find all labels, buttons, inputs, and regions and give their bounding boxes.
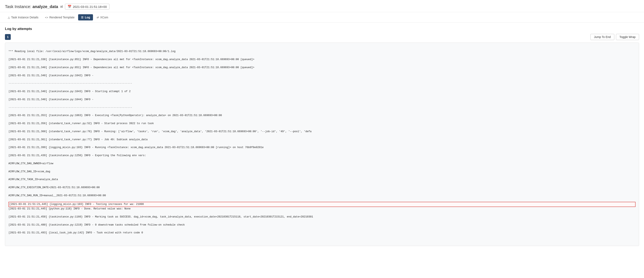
log-separator: ----------------------------------------… — [8, 82, 636, 85]
log-separator-2: ----------------------------------------… — [8, 106, 636, 110]
log-line: [2021-03-01 21:51:21,340] {taskinstance.… — [8, 98, 636, 102]
tab-rendered-template[interactable]: <> Rendered Template — [42, 14, 77, 21]
tab-task-instance-details[interactable]: △ Task Instance Details — [5, 14, 41, 21]
tab-xcom[interactable]: ⇄ XCom — [94, 14, 111, 21]
log-line: [2021-03-01 21:51:21,439] {taskinstance.… — [8, 154, 636, 158]
date-badge: 📅 2021-03-01 21:51:18+00 — [65, 4, 110, 10]
main-content: Log by attempts 1 Jump To End Toggle Wra… — [0, 23, 644, 250]
log-line: [2021-03-01 21:51:21,458] {taskinstance.… — [8, 215, 636, 219]
at-label: at — [60, 5, 63, 9]
log-line: [2021-03-01 21:51:21,340] {taskinstance.… — [8, 90, 636, 94]
log-line: [2021-03-01 21:51:21,445] {python.py:118… — [8, 207, 636, 211]
task-name: analyze_data — [32, 4, 58, 9]
log-line: [2021-03-01 21:51:21,356] {standard_task… — [8, 122, 636, 125]
warning-icon: △ — [8, 16, 10, 19]
tab-log[interactable]: ☰ Log — [78, 14, 93, 21]
log-line: [2021-03-01 21:51:21,340] {taskinstance.… — [8, 74, 636, 78]
list-icon: ☰ — [81, 16, 84, 19]
tab-label-xcom: XCom — [100, 16, 108, 19]
tab-label-log: Log — [85, 16, 90, 19]
log-line: [2021-03-01 21:51:21,399] {logging_mixin… — [8, 146, 636, 150]
page-header: Task Instance: analyze_data at 📅 2021-03… — [0, 0, 644, 12]
highlighted-log-line: [2021-03-01 21:51:21,445] {logging_mixin… — [8, 202, 636, 207]
log-line: [2021-03-01 21:51:21,480] {taskinstance.… — [8, 223, 636, 227]
log-line: AIRFLOW_CTX_TASK_ID=analyze_data — [8, 178, 636, 182]
log-line: AIRFLOW_CTX_EXECUTION_DATE=2021-03-01T21… — [8, 186, 636, 190]
task-instance-title: Task Instance: analyze_data — [5, 4, 58, 9]
log-line: AIRFLOW_CTX_DAG_OWNER=airflow — [8, 162, 636, 166]
datetime-value: 2021-03-01 21:51:18+00 — [73, 5, 107, 9]
log-line: AIRFLOW_CTX_DAG_ID=xcom_dag — [8, 170, 636, 174]
log-line: *** Reading local file: /usr/local/airfl… — [8, 50, 636, 54]
log-section-title: Log by attempts — [5, 27, 639, 31]
log-actions: Jump To End Toggle Wrap — [590, 34, 639, 40]
log-line: [2021-03-01 21:51:21,361] {standard_task… — [8, 138, 636, 142]
jump-to-end-button[interactable]: Jump To End — [590, 34, 614, 40]
log-container: *** Reading local file: /usr/local/airfl… — [5, 43, 639, 246]
nav-tabs: △ Task Instance Details <> Rendered Temp… — [0, 12, 644, 23]
log-line: [2021-03-01 21:51:21,360] {standard_task… — [8, 130, 636, 134]
log-line: [2021-03-01 21:51:21,340] {taskinstance.… — [8, 66, 636, 70]
tab-label-rendered: Rendered Template — [49, 16, 74, 19]
log-line: [2021-03-01 21:51:21,353] {taskinstance.… — [8, 114, 636, 117]
log-line: [2021-03-01 21:51:21,330] {taskinstance.… — [8, 58, 636, 62]
log-line: [2021-03-01 21:51:21,493] {local_task_jo… — [8, 231, 636, 235]
xcom-icon: ⇄ — [97, 16, 99, 19]
calendar-icon: 📅 — [68, 5, 72, 9]
attempt-row: 1 Jump To End Toggle Wrap — [5, 34, 639, 40]
log-line: AIRFLOW_CTX_DAG_RUN_ID=manual__2021-03-0… — [8, 194, 636, 198]
tab-label-task-instance: Task Instance Details — [11, 16, 38, 19]
toggle-wrap-button[interactable]: Toggle Wrap — [616, 34, 639, 40]
attempt-badge[interactable]: 1 — [5, 34, 11, 40]
code-icon: <> — [45, 16, 48, 19]
